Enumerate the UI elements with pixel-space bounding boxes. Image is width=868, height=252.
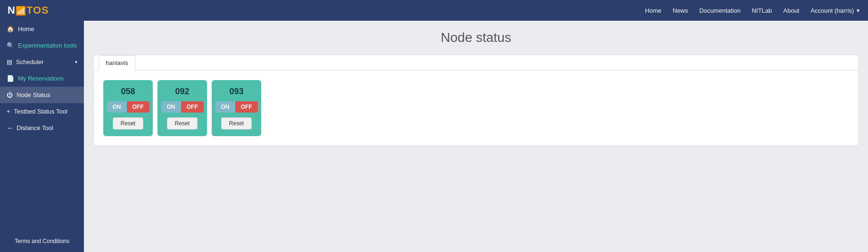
terms-and-conditions-label: Terms and Conditions [15,238,69,244]
sidebar-label-experimentation-tools: Experimentation tools [18,42,77,49]
search-icon: 🔍 [7,42,14,49]
nav-home[interactable]: Home [645,7,661,14]
node-092-on-button[interactable]: ON [161,101,181,113]
main-layout: 🏠 Home 🔍 Experimentation tools ▤ Schedul… [0,21,868,252]
node-number-092: 092 [175,87,189,97]
sidebar-item-my-reservations[interactable]: 📄 My Reservations [0,70,84,87]
node-058-reset-button[interactable]: Reset [113,117,143,130]
node-card-093: 093 ON OFF Reset [212,80,261,136]
nodes-area: 058 ON OFF Reset 092 ON OFF Reset [94,71,858,146]
sidebar-item-distance-tool[interactable]: ↔ Distance Tool [0,120,84,136]
testbed-icon: + [7,108,10,115]
node-092-off-button[interactable]: OFF [181,101,204,113]
sidebar-item-testbed-status-tool[interactable]: + Testbed Status Tool [0,103,84,120]
node-card-058: 058 ON OFF Reset [103,80,153,136]
node-number-058: 058 [121,87,135,97]
scheduler-icon: ▤ [7,58,12,65]
nav-news[interactable]: News [673,7,688,14]
account-dropdown-icon: ▼ [856,8,860,13]
nav-about[interactable]: About [783,7,799,14]
node-093-on-button[interactable]: ON [215,101,235,113]
top-navigation: N📶TOS Home News Documentation NITLab Abo… [0,0,868,21]
content-panel: haniavis 058 ON OFF Reset 092 ON [93,55,859,146]
node-toggle-058: ON OFF [107,101,149,113]
node-058-on-button[interactable]: ON [107,101,127,113]
main-content: Node status haniavis 058 ON OFF Reset 09… [84,21,868,252]
nav-nitlab[interactable]: NITLab [752,7,772,14]
tab-bar: haniavis [94,55,858,71]
node-092-reset-button[interactable]: Reset [167,117,198,130]
node-093-reset-button[interactable]: Reset [221,117,252,130]
node-number-093: 093 [229,87,243,97]
distance-icon: ↔ [7,124,13,131]
logo: N📶TOS [8,4,49,16]
reservations-icon: 📄 [7,75,14,82]
sidebar-label-testbed-status-tool: Testbed Status Tool [14,108,67,115]
node-card-092: 092 ON OFF Reset [157,80,207,136]
sidebar-item-home[interactable]: 🏠 Home [0,21,84,37]
sidebar-item-node-status[interactable]: ⏻ Node Status [0,87,84,103]
sidebar-item-experimentation-tools[interactable]: 🔍 Experimentation tools [0,37,84,54]
home-icon: 🏠 [7,25,14,33]
tab-haniavis[interactable]: haniavis [99,55,135,71]
node-058-off-button[interactable]: OFF [127,101,149,113]
sidebar-label-my-reservations: My Reservations [18,75,64,82]
sidebar-label-distance-tool: Distance Tool [17,124,53,131]
sidebar-label-home: Home [18,25,34,33]
account-label: Account (harris) [810,7,854,14]
sidebar-spacer [0,136,84,230]
nav-account[interactable]: Account (harris) ▼ [810,7,860,14]
sidebar-label-node-status: Node Status [17,91,50,98]
page-title: Node status [93,30,859,45]
node-status-icon: ⏻ [7,91,13,98]
logo-tos: TOS [26,4,49,16]
sidebar-item-scheduler[interactable]: ▤ Scheduler ▾ [0,54,84,70]
scheduler-dropdown-icon: ▾ [75,59,77,65]
logo-wifi-icon: 📶 [16,6,26,16]
sidebar-label-scheduler: Scheduler [16,58,44,65]
logo-n: N [8,4,16,16]
nav-links: Home News Documentation NITLab About Acc… [645,7,860,14]
node-toggle-092: ON OFF [161,101,204,113]
node-093-off-button[interactable]: OFF [235,101,258,113]
sidebar-footer[interactable]: Terms and Conditions [0,230,84,252]
sidebar: 🏠 Home 🔍 Experimentation tools ▤ Schedul… [0,21,84,252]
nav-documentation[interactable]: Documentation [699,7,740,14]
node-toggle-093: ON OFF [215,101,258,113]
